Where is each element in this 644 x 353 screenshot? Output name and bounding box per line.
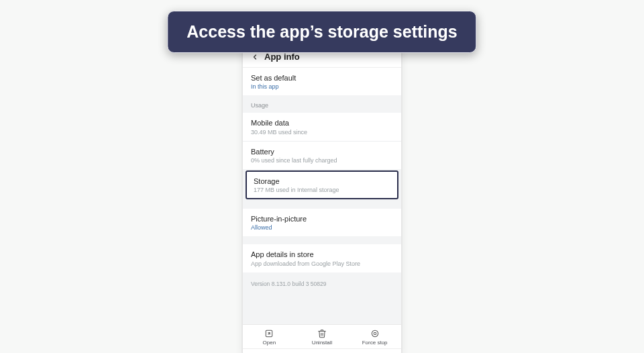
force-stop-label: Force stop [362,340,388,346]
bottom-action-bar: Open Uninstall Force stop [243,324,401,348]
pip-title: Picture-in-picture [251,214,393,223]
open-label: Open [263,340,276,346]
page-title: App info [264,52,300,62]
mobile-data-sub: 30.49 MB used since [251,129,393,136]
battery-title: Battery [251,147,393,156]
mobile-data-row[interactable]: Mobile data 30.49 MB used since [243,113,401,140]
storage-title: Storage [254,176,390,186]
spacer [243,236,401,244]
set-as-default-title: Set as default [251,73,393,83]
storage-sub: 177 MB used in Internal storage [254,187,390,193]
app-store-sub: App downloaded from Google Play Store [251,260,393,267]
mobile-data-title: Mobile data [251,118,393,128]
version-text: Version 8.131.0 build 3 50829 [243,272,401,298]
battery-row[interactable]: Battery 0% used since last fully charged [243,141,401,169]
battery-sub: 0% used since last fully charged [251,157,393,164]
phone-frame: App info Set as default In this app Usag… [241,30,402,353]
storage-row[interactable]: Storage 177 MB used in Internal storage [246,170,398,199]
phone-screen: App info Set as default In this app Usag… [243,32,401,353]
svg-point-1 [372,330,378,336]
open-icon [264,329,274,338]
settings-content: Set as default In this app Usage Mobile … [243,68,401,324]
uninstall-button[interactable]: Uninstall [302,329,342,346]
app-store-row[interactable]: App details in store App downloaded from… [243,244,401,272]
app-store-title: App details in store [251,250,393,259]
back-icon[interactable] [251,53,259,61]
set-as-default-row[interactable]: Set as default In this app [243,68,401,95]
nav-back-button[interactable] [371,351,380,354]
trash-icon [317,329,327,338]
set-as-default-sub: In this app [251,83,393,90]
spacer [243,201,401,209]
svg-point-2 [374,332,376,335]
force-stop-button[interactable]: Force stop [355,329,395,346]
usage-section-label: Usage [243,95,401,113]
home-button[interactable] [317,351,329,354]
recent-apps-button[interactable] [264,351,274,354]
instruction-callout: Access the app’s storage settings [167,11,476,53]
pip-row[interactable]: Picture-in-picture Allowed [243,209,401,236]
stop-icon [370,329,380,338]
uninstall-label: Uninstall [312,340,333,346]
pip-sub: Allowed [251,224,393,231]
instruction-text: Access the app’s storage settings [186,22,457,41]
open-button[interactable]: Open [249,329,289,346]
android-navbar [243,348,401,353]
